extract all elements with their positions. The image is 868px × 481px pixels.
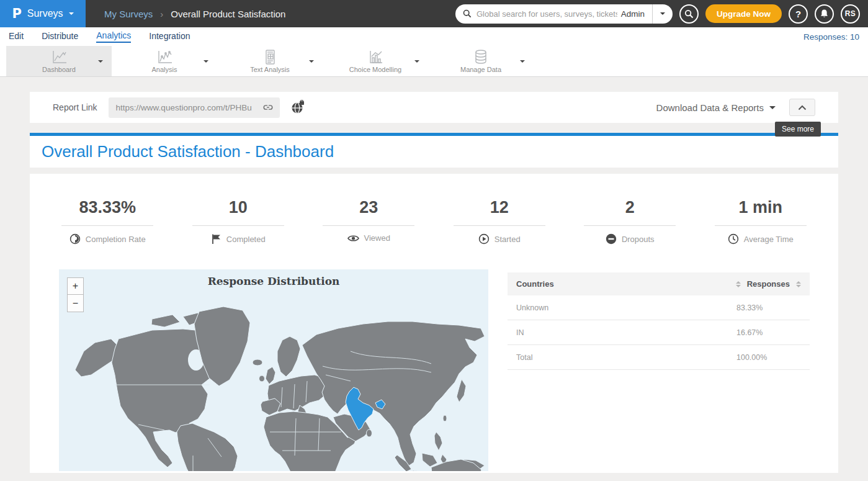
text-analysis-icon [261,49,279,65]
survey-stats-row: 83.33% Completion Rate 10 Completed 23 [30,174,838,245]
map-zoom-controls: + − [67,277,84,312]
see-more-tooltip: See more [775,122,821,137]
table-row: Unknown 83.33% [508,295,810,320]
chevron-down-icon[interactable] [520,60,525,63]
globe-lock-icon [290,100,305,115]
collapse-panel-button[interactable]: See more [789,99,815,116]
report-url-field[interactable] [109,97,280,118]
responses-count: Responses: 10 [803,32,859,42]
play-circle-icon [478,233,490,245]
tab-edit[interactable]: Edit [9,31,24,42]
stat-started: 12 Started [434,198,565,245]
page-content: Report Link Download Data & Reports See … [0,77,868,473]
top-navigation-bar: P Surveys My Surveys › Overall Product S… [0,0,868,27]
survey-section-tabs: Edit Distribute Analytics Integration Re… [0,27,868,46]
table-row: IN 16.67% [508,320,810,345]
table-row: Total 100.00% [508,345,810,370]
search-scope-selector[interactable]: Admin [617,9,652,19]
database-icon [472,49,490,65]
download-data-reports-dropdown[interactable]: Download Data & Reports [656,102,764,113]
global-search-bar[interactable]: Admin [455,4,673,24]
chevron-up-icon [798,105,807,110]
flag-icon [211,233,221,245]
analysis-chart-icon [155,49,174,65]
notifications-button[interactable] [815,4,834,24]
chevron-down-icon[interactable] [98,60,103,63]
sort-countries-icon[interactable] [736,281,741,287]
toolbar-item-analysis[interactable]: Analysis [112,46,217,76]
stat-average-time: 1 min Average Time [696,198,826,245]
search-input[interactable] [477,9,617,19]
chevron-down-icon[interactable] [769,106,776,109]
countries-responses-table: Countries Responses Unknown 83.33% IN 16… [508,272,810,471]
map-title: Response Distribution [59,275,488,287]
toolbar-item-manage-data[interactable]: Manage Data [428,46,534,76]
stat-viewed: 23 Viewed [303,198,434,245]
clock-icon [728,233,739,245]
minus-circle-icon [606,233,617,245]
toolbar-item-choice-modelling[interactable]: Choice Modelling [323,46,428,76]
breadcrumb-my-surveys[interactable]: My Surveys [104,9,153,19]
chevron-down-icon [660,12,665,15]
table-header-row: Countries Responses [508,272,810,295]
map-zoom-out-button[interactable]: − [67,295,84,312]
search-icon [463,9,472,18]
completion-rate-icon [69,233,81,245]
chevron-down-icon[interactable] [204,60,208,63]
dashboard-title-card: Overall Product Satisfaction - Dashboard [30,133,838,168]
topbar-actions: Admin Upgrade Now ? RS [455,4,868,24]
chevron-down-icon [69,12,74,15]
questionpro-logo-icon: P [12,6,21,21]
breadcrumb-separator-icon: › [160,9,163,19]
bell-icon [820,9,829,19]
search-submit-button[interactable] [679,4,699,24]
search-scope-dropdown[interactable] [652,4,673,24]
app-name: Surveys [27,8,63,19]
stat-dropouts: 2 Dropouts [565,198,696,245]
stat-completed: 10 Completed [173,198,304,245]
report-link-bar: Report Link Download Data & Reports See … [30,92,838,123]
dashboard-chart-icon [50,49,68,65]
stat-completion-rate: 83.33% Completion Rate [42,198,173,245]
eye-icon [347,234,359,243]
user-avatar[interactable]: RS [841,4,860,24]
report-link-label: Report Link [53,102,97,112]
column-header-responses[interactable]: Responses [747,279,790,289]
upgrade-now-button[interactable]: Upgrade Now [705,4,782,23]
report-visibility-button[interactable] [290,100,305,115]
search-icon [684,9,694,19]
chevron-down-icon[interactable] [309,60,314,63]
map-zoom-in-button[interactable]: + [67,277,84,295]
sort-responses-icon[interactable] [796,281,801,287]
dashboard-main-card: 83.33% Completion Rate 10 Completed 23 [30,174,838,473]
choice-modelling-icon [366,49,385,65]
page-title: Overall Product Satisfaction - Dashboard [42,142,334,161]
response-distribution-map[interactable]: Response Distribution + − [59,269,488,471]
chevron-down-icon[interactable] [414,60,419,63]
help-button[interactable]: ? [789,4,808,24]
breadcrumb-current-survey: Overall Product Satisfaction [171,9,285,19]
toolbar-item-text-analysis[interactable]: Text Analysis [217,46,323,76]
questionpro-logo-menu[interactable]: P Surveys [0,0,86,27]
geo-section: Response Distribution + − [30,269,838,471]
analytics-toolbar: Dashboard Analysis Text Analysis Choice … [0,46,868,77]
world-map[interactable] [59,269,488,471]
report-url-input[interactable] [116,103,262,112]
tab-distribute[interactable]: Distribute [42,31,78,42]
link-icon[interactable] [262,104,274,111]
column-header-countries[interactable]: Countries [516,279,554,289]
tab-integration[interactable]: Integration [149,31,190,42]
toolbar-item-dashboard[interactable]: Dashboard [6,46,112,76]
tab-analytics[interactable]: Analytics [96,30,131,43]
breadcrumb: My Surveys › Overall Product Satisfactio… [104,9,285,19]
